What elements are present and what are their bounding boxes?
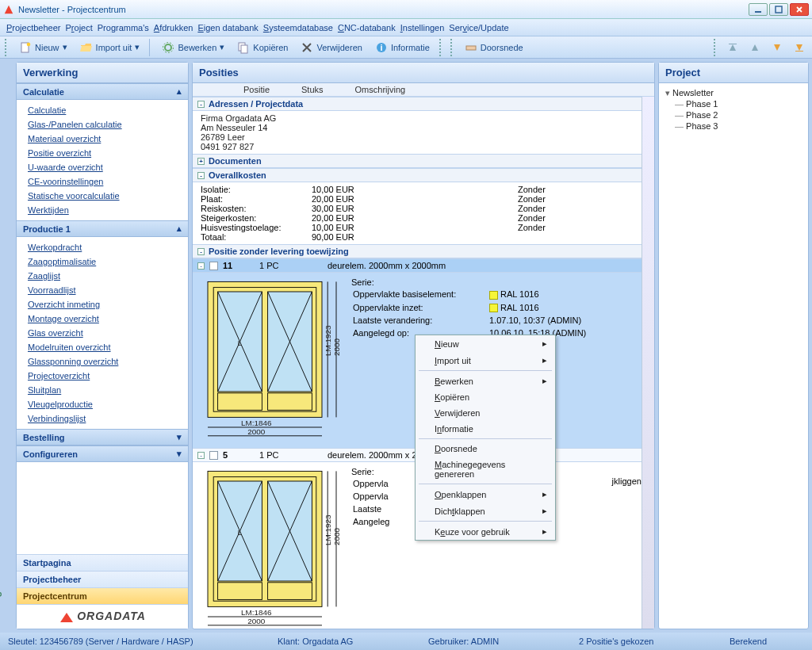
prod-item-12[interactable]: Verbindingslijst <box>17 411 188 426</box>
ctx-doorsnede[interactable]: Doorsnede <box>416 441 555 457</box>
sect-documenten[interactable]: +Documenten <box>193 154 654 168</box>
prod-item-6[interactable]: Glas overzicht <box>17 326 188 340</box>
ctx-import[interactable]: Import uit▸ <box>416 352 555 369</box>
acc-configureren-head[interactable]: Configureren▾ <box>17 445 188 462</box>
toolbar: Nieuw ▾ Import uit ▾ Bewerken ▾ Kopiëren… <box>0 36 812 59</box>
svg-text:2000: 2000 <box>332 338 341 356</box>
delete-button[interactable]: Verwijderen <box>296 40 366 55</box>
prod-item-9[interactable]: Projectoverzicht <box>17 369 188 383</box>
menu-programmas[interactable]: Programma's <box>98 23 149 32</box>
center-title: Posities <box>193 63 654 83</box>
prod-item-5[interactable]: Montage overzicht <box>17 312 188 326</box>
folder-open-icon <box>80 41 93 54</box>
col-stuks[interactable]: Stuks <box>301 85 324 94</box>
calc-item-2[interactable]: Materiaal overzicht <box>17 132 188 146</box>
ctx-machinegegevens[interactable]: Machinegegevens genereren <box>416 457 555 482</box>
minimize-button[interactable] <box>749 3 768 16</box>
nav-projectbeheer[interactable]: Projectbeheer <box>17 571 188 587</box>
prod-item-11[interactable]: Vleugelproductie <box>17 397 188 411</box>
prod-item-1[interactable]: Zaagoptimalisatie <box>17 254 188 269</box>
ctx-kopieren[interactable]: Kopiëren <box>416 389 555 405</box>
position-checkbox[interactable] <box>209 451 218 460</box>
calc-item-0[interactable]: Calculatie <box>17 103 188 117</box>
tree-phase-1[interactable]: Phase 1 <box>665 98 802 109</box>
svg-rect-24 <box>268 393 312 411</box>
tree-root[interactable]: Newsletter <box>665 88 802 98</box>
svg-text:2000: 2000 <box>332 528 341 545</box>
acc-calculatie-head[interactable]: Calculatie▴ <box>17 83 188 100</box>
window-title: Newsletter - Projectcentrum <box>18 5 749 14</box>
import-button[interactable]: Import uit ▾ <box>75 40 145 55</box>
svg-point-5 <box>165 44 171 51</box>
acc-productie-head[interactable]: Productie 1▴ <box>17 220 188 237</box>
svg-marker-14 <box>60 613 73 622</box>
copy-button[interactable]: Kopiëren <box>232 40 293 55</box>
section-icon <box>465 41 477 54</box>
prod-item-10[interactable]: Sluitplan <box>17 383 188 397</box>
svg-text:LM:1923: LM:1923 <box>324 325 332 356</box>
col-positie[interactable]: Positie <box>243 85 270 94</box>
menu-projectbeheer[interactable]: PProjectbeheerrojectbeheer <box>6 23 61 32</box>
prod-item-3[interactable]: Voorraadlijst <box>17 283 188 297</box>
gear-icon <box>162 41 174 54</box>
arrow-down-button[interactable] <box>768 39 787 56</box>
svg-text:LM:1846: LM:1846 <box>241 608 272 617</box>
svg-text:2000: 2000 <box>247 617 265 625</box>
calc-item-7[interactable]: Werktijden <box>17 203 188 217</box>
nav-projectcentrum[interactable]: Projectcentrum <box>17 587 188 604</box>
status-key: Sleutel: 123456789 (Server / Hardware / … <box>8 637 246 646</box>
scrollbar[interactable] <box>642 97 654 629</box>
tree-phase-3[interactable]: Phase 3 <box>665 120 802 132</box>
prod-item-7[interactable]: Modelruiten overzicht <box>17 340 188 354</box>
sect-adres[interactable]: -Adressen / Projectdata <box>193 97 654 111</box>
ctx-dichtklappen[interactable]: Dichtklappen▸ <box>416 503 555 519</box>
arrow-last-button[interactable] <box>790 39 809 56</box>
door-preview: L LM:1846 2000 LM:1923 2000 <box>201 277 343 443</box>
svg-text:L: L <box>238 339 242 347</box>
calc-item-3[interactable]: Positie overzicht <box>17 146 188 160</box>
prod-item-4[interactable]: Overzicht inmeting <box>17 297 188 312</box>
ctx-nieuw[interactable]: Nieuw▸ <box>416 335 555 352</box>
ctx-keuze[interactable]: Keuze voor gebruik▸ <box>416 523 555 540</box>
svg-text:LM:1923: LM:1923 <box>324 514 332 545</box>
arrow-up-button[interactable] <box>745 39 764 56</box>
edit-button[interactable]: Bewerken ▾ <box>157 40 229 55</box>
nav-startpagina[interactable]: Startpagina <box>17 554 188 571</box>
calc-item-5[interactable]: CE-voorinstellingen <box>17 174 188 189</box>
copy-icon <box>237 41 250 54</box>
svg-text:L: L <box>238 529 242 537</box>
address-block: Firma Orgadata AG Am Nesseuler 14 26789 … <box>193 111 654 154</box>
menu-eigen-databank[interactable]: Eigen databank <box>197 23 258 32</box>
prod-item-0[interactable]: Werkopdracht <box>17 240 188 254</box>
acc-bestelling-head[interactable]: Bestelling▾ <box>17 429 188 445</box>
arrow-first-button[interactable] <box>723 39 742 56</box>
close-button[interactable] <box>790 3 809 16</box>
menu-systeemdatabase[interactable]: Systeemdatabase <box>263 23 333 32</box>
position-checkbox[interactable] <box>209 262 218 270</box>
calc-item-4[interactable]: U-waarde overzicht <box>17 160 188 174</box>
menu-cnc-databank[interactable]: CNC-databank <box>338 23 396 32</box>
prod-item-2[interactable]: Zaaglijst <box>17 269 188 283</box>
sect-positie-zonder[interactable]: -Positie zonder levering toewijzing <box>193 244 654 258</box>
brand-logo: ORGADATA <box>17 604 188 629</box>
app-icon <box>3 4 14 15</box>
doorsnede-button[interactable]: Doorsnede <box>460 40 528 55</box>
menu-project[interactable]: Project <box>66 23 93 32</box>
prod-item-8[interactable]: Glassponning overzicht <box>17 354 188 369</box>
ctx-verwijderen[interactable]: Verwijderen <box>416 405 555 421</box>
status-klant: Klant: Orgadata AG <box>278 637 396 646</box>
new-button[interactable]: Nieuw ▾ <box>14 40 72 55</box>
info-button[interactable]: i Informatie <box>370 40 435 55</box>
calc-item-6[interactable]: Statische voorcalculatie <box>17 189 188 203</box>
menu-afdrukken[interactable]: Afdrukken <box>154 23 193 32</box>
menu-instellingen[interactable]: Instellingen <box>400 23 445 32</box>
maximize-button[interactable] <box>769 3 788 16</box>
menu-service-update[interactable]: Service/Update <box>449 23 508 32</box>
col-omschrijving[interactable]: Omschrijving <box>355 85 406 94</box>
ctx-bewerken[interactable]: Bewerken▸ <box>416 373 555 389</box>
ctx-informatie[interactable]: Informatie <box>416 421 555 437</box>
sect-overallkosten[interactable]: -Overallkosten <box>193 168 654 182</box>
ctx-openklappen[interactable]: Openklappen▸ <box>416 486 555 503</box>
calc-item-1[interactable]: Glas-/Panelen calculatie <box>17 117 188 132</box>
tree-phase-2[interactable]: Phase 2 <box>665 109 802 120</box>
